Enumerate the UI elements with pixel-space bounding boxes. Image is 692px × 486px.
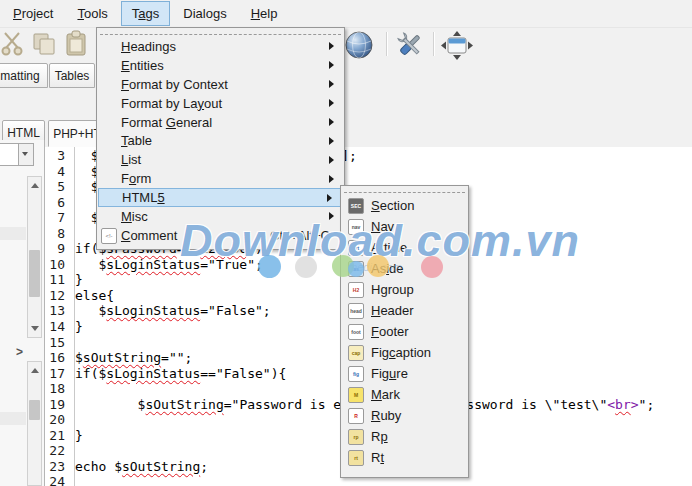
menu-item-table[interactable]: Table: [97, 131, 344, 150]
tags-menu-items: HeadingsEntitiesFormat by ContextFormat …: [97, 37, 344, 245]
expander-arrow[interactable]: >: [16, 345, 23, 359]
submenu-item-aside[interactable]: asAside: [341, 258, 468, 279]
submenu-arrow-icon: [327, 194, 336, 202]
figcaption-icon: cap: [348, 345, 364, 361]
menu-item-format-general[interactable]: Format General: [97, 113, 344, 132]
line-number: 4: [45, 164, 69, 180]
side-panel: >: [0, 140, 45, 486]
line-number: 17: [45, 366, 69, 382]
submenu-item-footer[interactable]: footFooter: [341, 321, 468, 342]
cut-icon[interactable]: [0, 30, 25, 61]
submenu-item-ruby[interactable]: RRuby: [341, 405, 468, 426]
globe-icon[interactable]: [344, 30, 374, 64]
menu-item-form[interactable]: Form: [97, 169, 344, 188]
menu-item-misc[interactable]: Misc: [97, 207, 344, 226]
menu-item-label: Format by Context: [121, 77, 228, 92]
rt-icon: rt: [348, 450, 364, 466]
menu-item-html5[interactable]: HTML5: [98, 188, 343, 207]
submenu-item-label: Rt: [371, 450, 384, 465]
submenu-item-label: Section: [371, 198, 414, 213]
submenu-arrow-icon: [329, 61, 338, 69]
scroll-up-icon[interactable]: [31, 179, 39, 188]
line-number: 13: [45, 303, 69, 319]
menu-item-format-by-layout[interactable]: Format by Layout: [97, 94, 344, 113]
scroll-up-icon[interactable]: [31, 364, 39, 373]
line-number: 15: [45, 335, 69, 351]
line-number: 6: [45, 195, 69, 211]
line-number: 5: [45, 179, 69, 195]
html5-submenu: SECSectionnavNavartArticleasAsideH2Hgrou…: [340, 185, 469, 478]
submenu-item-label: Article: [371, 240, 407, 255]
menu-item-headings[interactable]: Headings: [97, 37, 344, 56]
menu-help[interactable]: Help: [240, 1, 289, 26]
menu-item-label: Entities: [121, 58, 164, 73]
menu-item-comment[interactable]: <!-CommentCtrl+Alt+C: [97, 226, 344, 245]
submenu-item-hgroup[interactable]: H2Hgroup: [341, 279, 468, 300]
submenu-item-label: Hgroup: [371, 282, 414, 297]
rp-icon: rp: [348, 429, 364, 445]
line-number: 20: [45, 412, 69, 428]
paste-icon[interactable]: [62, 30, 90, 62]
submenu-item-label: Rp: [371, 429, 388, 444]
copy-icon[interactable]: [30, 30, 58, 62]
line-number: 22: [45, 443, 69, 459]
hgroup-icon: H2: [348, 282, 364, 298]
submenu-arrow-icon: [329, 175, 338, 183]
submenu-arrow-icon: [329, 118, 338, 126]
menu-tags[interactable]: Tags: [121, 1, 170, 26]
submenu-item-mark[interactable]: MMark: [341, 384, 468, 405]
line-number: 11: [45, 272, 69, 288]
submenu-item-label: Aside: [371, 261, 404, 276]
toolbar-separator: [386, 32, 388, 56]
submenu-item-nav[interactable]: navNav: [341, 216, 468, 237]
menu-item-label: Form: [121, 171, 151, 186]
figure-icon: fig: [348, 366, 364, 382]
menu-item-list[interactable]: List: [97, 150, 344, 169]
menu-dialogs[interactable]: Dialogs: [172, 1, 237, 26]
filter-dropdown[interactable]: [0, 143, 34, 166]
submenu-item-section[interactable]: SECSection: [341, 195, 468, 216]
line-number: 12: [45, 288, 69, 304]
scrollbar-thumb[interactable]: [29, 250, 40, 297]
tools-icon[interactable]: [394, 30, 426, 64]
tab-matting[interactable]: matting: [0, 63, 48, 88]
tearoff-handle[interactable]: [100, 29, 341, 35]
fullscreen-icon[interactable]: [440, 30, 474, 65]
menu-item-label: Format by Layout: [121, 96, 222, 111]
comment-icon: <!-: [101, 228, 117, 244]
scrollbar-thumb[interactable]: [29, 400, 40, 420]
tree-item[interactable]: [0, 412, 26, 425]
submenu-item-rt[interactable]: rtRt: [341, 447, 468, 468]
section-icon: SEC: [348, 198, 364, 214]
mark-icon: M: [348, 387, 364, 403]
menu-item-entities[interactable]: Entities: [97, 56, 344, 75]
submenu-item-article[interactable]: artArticle: [341, 237, 468, 258]
scroll-down-icon[interactable]: [31, 326, 39, 335]
submenu-item-label: Figure: [371, 366, 408, 381]
line-number: 19: [45, 397, 69, 413]
file-list-scrollbar[interactable]: [27, 361, 42, 486]
submenu-arrow-icon: [329, 80, 338, 88]
tree-item[interactable]: [0, 227, 26, 240]
submenu-item-rp[interactable]: rpRp: [341, 426, 468, 447]
ruby-icon: R: [348, 408, 364, 424]
chevron-down-icon[interactable]: [18, 143, 34, 166]
submenu-item-figcaption[interactable]: capFigcaption: [341, 342, 468, 363]
tab-tables[interactable]: Tables: [49, 63, 95, 88]
menu-project[interactable]: Project: [2, 1, 64, 26]
app-window: ProjectToolsTagsDialogsHelp: [0, 0, 692, 486]
menu-tools[interactable]: Tools: [66, 1, 118, 26]
submenu-item-figure[interactable]: figFigure: [341, 363, 468, 384]
file-tree-scrollbar[interactable]: [27, 176, 42, 338]
tearoff-handle[interactable]: [344, 187, 465, 193]
line-number: 16: [45, 350, 69, 366]
menu-item-label: Misc: [121, 209, 148, 224]
html5-submenu-items: SECSectionnavNavartArticleasAsideH2Hgrou…: [341, 195, 468, 468]
menu-item-format-by-context[interactable]: Format by Context: [97, 75, 344, 94]
article-icon: art: [348, 240, 364, 256]
submenu-item-label: Figcaption: [371, 345, 431, 360]
shortcut-label: Ctrl+Alt+C: [270, 228, 330, 243]
submenu-item-header[interactable]: headHeader: [341, 300, 468, 321]
line-number: 14: [45, 319, 69, 335]
line-number: 9: [45, 241, 69, 257]
